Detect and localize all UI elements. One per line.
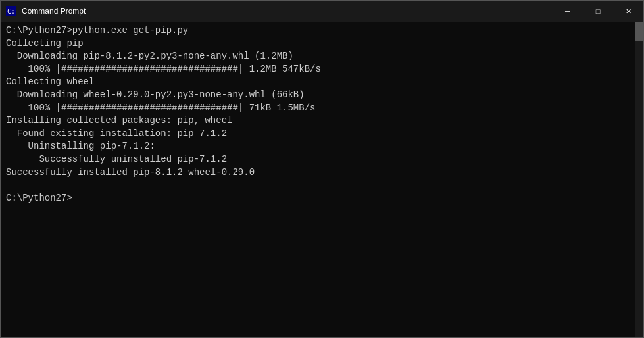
svg-text:C:\: C:\ xyxy=(7,8,16,15)
console-output: C:\Python27>python.exe get-pip.py Collec… xyxy=(6,24,638,205)
minimize-button[interactable]: ─ xyxy=(553,1,583,22)
close-button[interactable]: ✕ xyxy=(613,1,643,22)
command-prompt-window: C:\ Command Prompt ─ □ ✕ C:\Python27>pyt… xyxy=(0,0,644,338)
console-content: C:\Python27>python.exe get-pip.py Collec… xyxy=(1,22,643,337)
titlebar: C:\ Command Prompt ─ □ ✕ xyxy=(1,1,643,22)
scrollbar-thumb[interactable] xyxy=(635,22,643,41)
maximize-button[interactable]: □ xyxy=(583,1,613,22)
scrollbar[interactable] xyxy=(635,22,643,337)
cmd-icon: C:\ xyxy=(6,6,16,16)
titlebar-left: C:\ Command Prompt xyxy=(6,6,86,16)
titlebar-title: Command Prompt xyxy=(22,7,86,16)
titlebar-controls: ─ □ ✕ xyxy=(553,1,643,22)
